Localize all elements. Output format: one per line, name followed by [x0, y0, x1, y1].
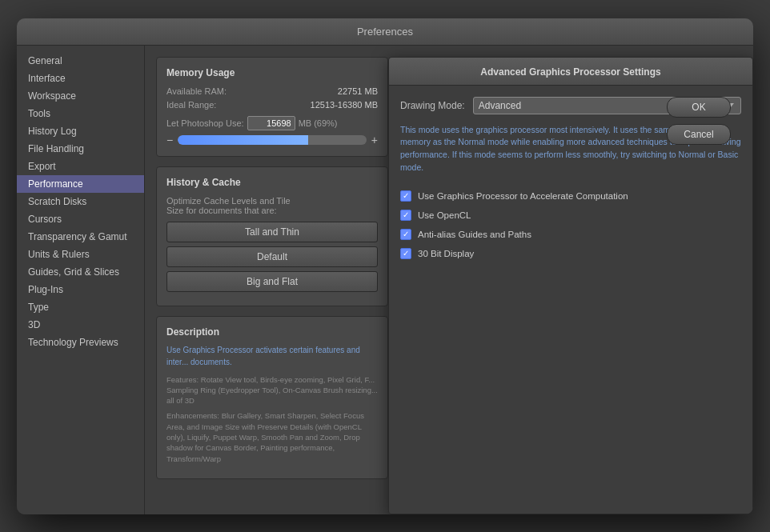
30bit-checkbox[interactable] — [400, 248, 411, 259]
drawing-mode-label: Drawing Mode: — [400, 100, 465, 111]
sidebar-item-plug-ins[interactable]: Plug-Ins — [17, 281, 144, 298]
main-content: Memory Usage Available RAM: 22751 MB Ide… — [145, 46, 753, 514]
right-panel: Graphics Processor Settings Detected Gra… — [399, 57, 742, 503]
sidebar-item-cursors[interactable]: Cursors — [17, 210, 144, 228]
sidebar: GeneralInterfaceWorkspaceToolsHistory Lo… — [17, 46, 145, 514]
sidebar-item-scratch-disks[interactable]: Scratch Disks — [17, 193, 144, 210]
sidebar-item-history-log[interactable]: History Log — [17, 122, 144, 140]
sidebar-item-workspace[interactable]: Workspace — [17, 87, 144, 105]
accelerate-checkbox[interactable] — [400, 190, 411, 202]
big-flat-button[interactable]: Big and Flat — [166, 271, 378, 292]
memory-usage-section: Memory Usage Available RAM: 22751 MB Ide… — [156, 57, 388, 157]
sidebar-item-transparency-gamut[interactable]: Transparency & Gamut — [17, 228, 144, 246]
description-section: Description Use Graphics Processor activ… — [156, 316, 388, 479]
title-bar: Preferences — [17, 18, 753, 46]
mb-label: MB (69%) — [299, 118, 338, 128]
ideal-range-value: 12513-16380 MB — [311, 100, 378, 110]
cancel-adv-button[interactable]: Cancel — [667, 124, 731, 145]
sidebar-item-units-rulers[interactable]: Units & Rulers — [17, 246, 144, 263]
default-button[interactable]: Default — [166, 246, 378, 267]
30bit-label: 30 Bit Display — [418, 249, 474, 258]
description-title: Description — [166, 326, 378, 338]
opencl-label: Use OpenCL — [418, 210, 471, 220]
sidebar-item-export[interactable]: Export — [17, 158, 144, 175]
sidebar-item-3d[interactable]: 3D — [17, 316, 144, 334]
slider-fill — [178, 135, 308, 145]
advanced-header: Advanced Graphics Processor Settings — [389, 58, 752, 86]
cache-subtitle: Optimize Cache Levels and TileSize for d… — [166, 196, 378, 215]
anti-alias-label: Anti-alias Guides and Paths — [418, 230, 531, 239]
available-ram-row: Available RAM: 22751 MB — [166, 86, 378, 96]
advanced-checkboxes: Use Graphics Processor to Accelerate Com… — [400, 190, 741, 259]
content-area: Memory Usage Available RAM: 22751 MB Ide… — [145, 46, 753, 514]
sidebar-item-file-handling[interactable]: File Handling — [17, 140, 144, 158]
let-use-row: Let Photoshop Use: MB (69%) — [166, 116, 378, 130]
anti-alias-row: Anti-alias Guides and Paths — [400, 229, 741, 240]
memory-section-title: Memory Usage — [166, 67, 378, 78]
advanced-header-text: Advanced Graphics Processor Settings — [480, 66, 660, 78]
advanced-body: Drawing Mode: Advanced Normal Basic This… — [389, 86, 752, 514]
preferences-window: Preferences GeneralInterfaceWorkspaceToo… — [17, 18, 753, 514]
opencl-checkbox[interactable] — [400, 210, 411, 221]
available-ram-value: 22751 MB — [338, 86, 378, 96]
let-use-label: Let Photoshop Use: — [166, 118, 244, 128]
sidebar-item-tools[interactable]: Tools — [17, 105, 144, 122]
sidebar-item-technology-previews[interactable]: Technology Previews — [17, 334, 144, 351]
description-enhancements: Enhancements: Blur Gallery, Smart Sharpe… — [166, 410, 378, 463]
window-content: GeneralInterfaceWorkspaceToolsHistory Lo… — [17, 46, 753, 514]
sidebar-item-general[interactable]: General — [17, 52, 144, 70]
sidebar-item-performance[interactable]: Performance — [17, 175, 144, 193]
sidebar-item-type[interactable]: Type — [17, 298, 144, 316]
opencl-row: Use OpenCL — [400, 210, 741, 221]
accelerate-row: Use Graphics Processor to Accelerate Com… — [400, 190, 741, 202]
description-features: Features: Rotate View tool, Birds-eye zo… — [166, 374, 378, 406]
accelerate-label: Use Graphics Processor to Accelerate Com… — [418, 191, 628, 201]
sidebar-item-interface[interactable]: Interface — [17, 70, 144, 87]
sidebar-item-guides-grid[interactable]: Guides, Grid & Slices — [17, 263, 144, 281]
anti-alias-checkbox[interactable] — [400, 229, 411, 240]
description-main-text: Use Graphics Processor activates certain… — [166, 344, 378, 368]
slider-plus-icon[interactable]: + — [371, 134, 378, 146]
history-cache-section: History & Cache Optimize Cache Levels an… — [156, 166, 388, 306]
tall-thin-button[interactable]: Tall and Thin — [166, 222, 378, 242]
cache-section-title: History & Cache — [166, 177, 378, 188]
window-title: Preferences — [357, 26, 413, 38]
memory-slider-row: − + — [166, 134, 378, 146]
left-panel: Memory Usage Available RAM: 22751 MB Ide… — [156, 57, 388, 503]
ideal-range-row: Ideal Range: 12513-16380 MB — [166, 100, 378, 110]
30bit-row: 30 Bit Display — [400, 248, 741, 259]
ram-input[interactable] — [247, 116, 295, 130]
advanced-top-buttons: OK Cancel — [667, 97, 731, 145]
memory-slider[interactable] — [178, 135, 367, 145]
ok-adv-button[interactable]: OK — [667, 97, 731, 118]
slider-minus-icon[interactable]: − — [166, 134, 173, 146]
available-ram-label: Available RAM: — [166, 86, 227, 96]
ideal-range-label: Ideal Range: — [166, 100, 216, 110]
